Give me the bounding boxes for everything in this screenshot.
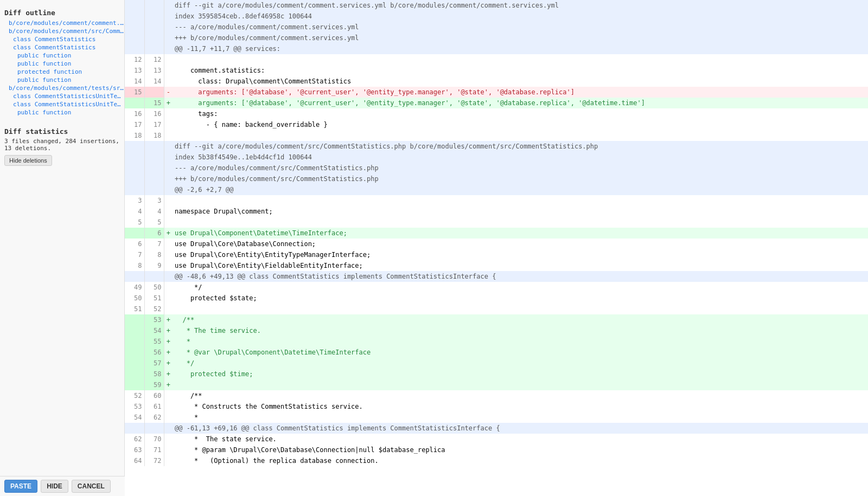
diff-sign <box>164 401 173 412</box>
line-num-old: 15 <box>125 87 144 98</box>
diff-row: 13 13 comment.statistics: <box>125 65 868 76</box>
line-num-new: 16 <box>144 108 164 119</box>
line-num-new: 59 <box>144 379 164 390</box>
sidebar-link[interactable]: public function <box>17 76 124 84</box>
diff-row: @@ -2,6 +2,7 @@ <box>125 184 868 195</box>
line-num-old <box>125 314 144 325</box>
line-num-new: 6 <box>144 228 164 239</box>
paste-button[interactable]: PASTE <box>4 480 37 493</box>
line-num-new: 18 <box>144 130 164 141</box>
line-num-new <box>144 0 164 11</box>
diff-code: * <box>173 336 868 347</box>
diff-row: 6 + use Drupal\Component\Datetime\TimeIn… <box>125 228 868 239</box>
line-num-old <box>125 336 144 347</box>
diff-sign <box>164 163 173 173</box>
diff-sign <box>164 54 173 65</box>
line-num-new: 61 <box>144 401 164 412</box>
line-num-new: 72 <box>144 455 164 466</box>
hide-button[interactable]: HIDE <box>41 480 68 493</box>
sidebar-link[interactable]: protected function <box>17 68 124 76</box>
diff-row: +++ b/core/modules/comment/src/CommentSt… <box>125 173 868 184</box>
line-num-new: 62 <box>144 412 164 423</box>
diff-outline-section: Diff outline b/core/modules/comment/comm… <box>4 4 124 117</box>
diff-code: use Drupal\Core\Entity\FieldableEntityIn… <box>173 260 868 271</box>
hide-deletions-button[interactable]: Hide deletions <box>4 155 52 166</box>
diff-row: 3 3 <box>125 195 868 206</box>
diff-sign <box>164 434 173 445</box>
sidebar-link[interactable]: class CommentStatistics <box>13 43 124 51</box>
line-num-old: 62 <box>125 434 144 445</box>
line-num-new: 13 <box>144 65 164 76</box>
line-num-new: 55 <box>144 336 164 347</box>
diff-sign: + <box>164 314 173 325</box>
line-num-new <box>144 33 164 43</box>
line-num-new <box>144 184 164 195</box>
diff-row: 50 51 protected $state; <box>125 293 868 304</box>
sidebar-link[interactable]: class CommentStatisticsUnitTest <box>13 100 124 108</box>
diff-row: 62 70 * The state service. <box>125 434 868 445</box>
diff-row: index 5b38f4549e..1eb4d4cf1d 100644 <box>125 152 868 163</box>
sidebar-link[interactable]: b/core/modules/comment/src/CommentStatis… <box>9 27 124 35</box>
diff-row: 54 + * The time service. <box>125 325 868 336</box>
diff-row: @@ -61,13 +69,16 @@ class CommentStatist… <box>125 423 868 434</box>
line-num-new: 60 <box>144 390 164 401</box>
line-num-old <box>125 152 144 163</box>
sidebar-link[interactable]: public function <box>17 108 124 117</box>
diff-code: tags: <box>173 108 868 119</box>
line-num-old: 54 <box>125 412 144 423</box>
diff-code: @@ -2,6 +2,7 @@ <box>173 184 868 195</box>
diff-sign <box>164 423 173 434</box>
diff-code: use Drupal\Component\Datetime\TimeInterf… <box>173 228 868 239</box>
diff-row: diff --git a/core/modules/comment/src/Co… <box>125 141 868 152</box>
diff-row: 53 + /** <box>125 314 868 325</box>
diff-code: namespace Drupal\comment; <box>173 206 868 217</box>
diff-code: * The time service. <box>173 325 868 336</box>
diff-sign <box>164 206 173 217</box>
sidebar-link[interactable]: class CommentStatistics <box>13 35 124 43</box>
diff-code: */ <box>173 282 868 293</box>
diff-row: 14 14 class: Drupal\comment\CommentStati… <box>125 76 868 87</box>
line-num-new <box>144 152 164 163</box>
diff-code: * <box>173 412 868 423</box>
line-num-new: 53 <box>144 314 164 325</box>
line-num-new <box>144 141 164 152</box>
line-num-old: 8 <box>125 260 144 271</box>
diff-sign <box>164 249 173 260</box>
diff-sign <box>164 239 173 249</box>
sidebar-links: b/core/modules/comment/comment.services.… <box>4 19 124 117</box>
sidebar-link[interactable]: class CommentStatisticsUnitTest <box>13 92 124 100</box>
diff-row: 51 52 <box>125 304 868 314</box>
line-num-new: 7 <box>144 239 164 249</box>
diff-row: 7 8 use Drupal\Core\Entity\EntityTypeMan… <box>125 249 868 260</box>
line-num-old: 49 <box>125 282 144 293</box>
diff-code: +++ b/core/modules/comment/comment.servi… <box>173 33 868 43</box>
diff-sign <box>164 271 173 282</box>
diff-row: 17 17 - { name: backend_overridable } <box>125 119 868 130</box>
sidebar: Diff outline b/core/modules/comment/comm… <box>0 0 125 496</box>
sidebar-link[interactable]: public function <box>17 51 124 60</box>
diff-code: use Drupal\Core\Entity\EntityTypeManager… <box>173 249 868 260</box>
sidebar-link[interactable]: b/core/modules/comment/comment.services.… <box>9 19 124 27</box>
diff-body: diff --git a/core/modules/comment/commen… <box>125 0 868 466</box>
line-num-new: 15 <box>144 98 164 108</box>
line-num-new: 70 <box>144 434 164 445</box>
line-num-old <box>125 423 144 434</box>
diff-row: 59 + <box>125 379 868 390</box>
diff-sign: + <box>164 336 173 347</box>
diff-row: 16 16 tags: <box>125 108 868 119</box>
line-num-old: 18 <box>125 130 144 141</box>
diff-row: 8 9 use Drupal\Core\Entity\FieldableEnti… <box>125 260 868 271</box>
sidebar-link[interactable]: public function <box>17 60 124 68</box>
line-num-new: 3 <box>144 195 164 206</box>
sidebar-link[interactable]: b/core/modules/comment/tests/src/Unit/Co… <box>9 84 124 92</box>
cancel-button[interactable]: CANCEL <box>72 480 111 493</box>
diff-code: --- a/core/modules/comment/comment.servi… <box>173 22 868 33</box>
diff-row: +++ b/core/modules/comment/comment.servi… <box>125 33 868 43</box>
line-num-new: 8 <box>144 249 164 260</box>
diff-code: comment.statistics: <box>173 65 868 76</box>
diff-sign <box>164 119 173 130</box>
diff-code: index 5b38f4549e..1eb4d4cf1d 100644 <box>173 152 868 163</box>
line-num-old <box>125 22 144 33</box>
diff-row: 4 4 namespace Drupal\comment; <box>125 206 868 217</box>
line-num-new <box>144 271 164 282</box>
